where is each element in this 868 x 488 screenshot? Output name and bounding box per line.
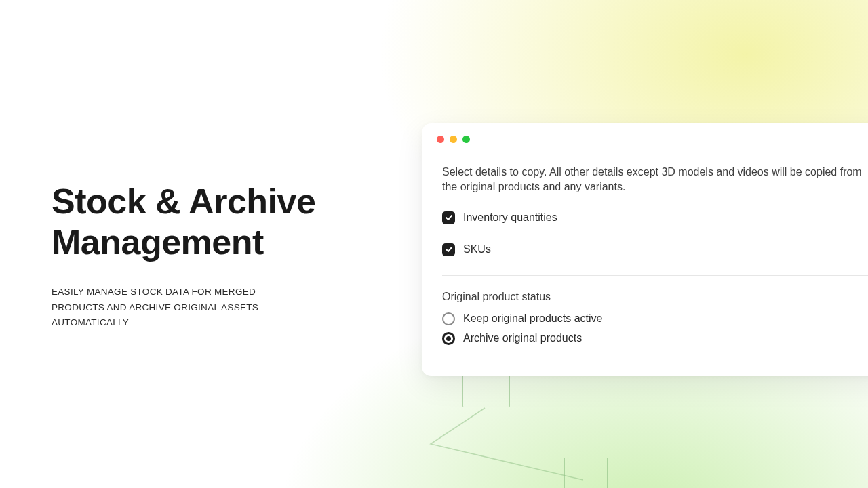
divider (442, 275, 868, 276)
checkbox-inventory-quantities[interactable]: Inventory quantities (442, 211, 868, 224)
maximize-icon[interactable] (462, 136, 470, 143)
radio-label: Keep original products active (463, 312, 602, 325)
status-section-heading: Original product status (442, 291, 868, 303)
radio-selected-icon (442, 332, 455, 345)
checkbox-skus[interactable]: SKUs (442, 243, 868, 256)
window-controls (422, 136, 868, 143)
decoration-box (564, 458, 608, 488)
copy-details-dialog: Select details to copy. All other detail… (422, 123, 868, 376)
decoration-box (462, 376, 510, 407)
decoration-line (427, 407, 583, 481)
radio-unselected-icon (442, 312, 455, 325)
hero-panel: Stock & Archive Management EASILY MANAGE… (52, 182, 350, 331)
minimize-icon[interactable] (450, 136, 457, 143)
dialog-description: Select details to copy. All other detail… (442, 165, 868, 195)
radio-label: Archive original products (463, 332, 582, 344)
page-title: Stock & Archive Management (52, 182, 350, 263)
dialog-body: Select details to copy. All other detail… (422, 143, 868, 345)
close-icon[interactable] (437, 136, 444, 143)
checkbox-checked-icon (442, 243, 455, 256)
checkbox-label: SKUs (463, 243, 491, 256)
radio-archive-products[interactable]: Archive original products (442, 332, 868, 345)
page-subtitle: EASILY MANAGE STOCK DATA FOR MERGED PROD… (52, 285, 296, 331)
checkbox-checked-icon (442, 211, 455, 224)
checkbox-label: Inventory quantities (463, 211, 557, 224)
radio-keep-active[interactable]: Keep original products active (442, 312, 868, 325)
